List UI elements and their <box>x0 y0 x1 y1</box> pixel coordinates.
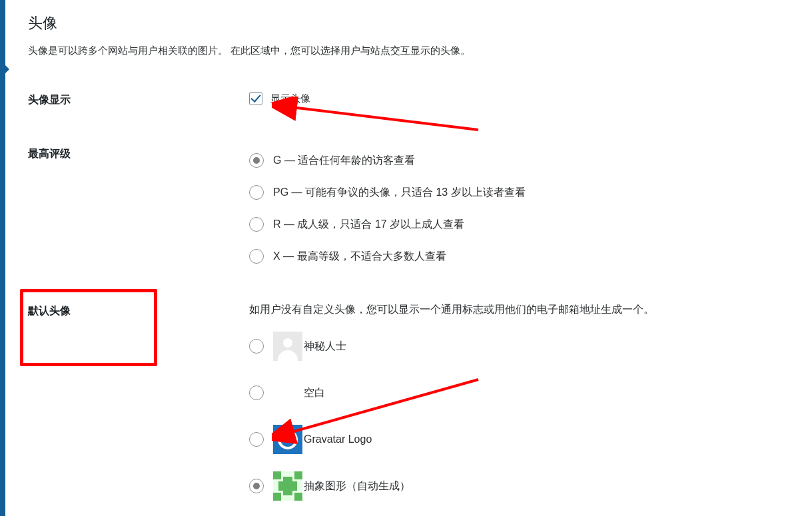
rating-option-label: PG — 可能有争议的头像，只适合 13 岁以上读者查看 <box>273 186 526 200</box>
mystery-icon <box>273 332 302 361</box>
blank-icon <box>273 378 302 407</box>
sidebar-notch <box>3 63 9 76</box>
rating-option-2[interactable]: R — 成人级，只适合 17 岁以上成人查看 <box>249 210 792 239</box>
show-avatar-checkbox[interactable] <box>249 92 262 105</box>
rating-radio[interactable] <box>249 249 264 264</box>
glogo-icon <box>273 425 302 454</box>
avatar-option-label: Gravatar Logo <box>304 433 372 445</box>
rating-option-0[interactable]: G — 适合任何年龄的访客查看 <box>249 146 792 175</box>
default-avatar-option-0[interactable]: 神秘人士 <box>249 332 792 361</box>
default-avatar-label: 默认头像 <box>28 303 249 318</box>
avatar-option-label: 抽象图形（自动生成） <box>304 479 410 493</box>
section-description: 头像是可以跨多个网站与用户相关联的图片。 在此区域中，您可以选择用户与站点交互显… <box>28 43 792 59</box>
avatar-radio[interactable] <box>249 479 264 493</box>
rating-radio[interactable] <box>249 153 264 168</box>
show-avatar-checkbox-label: 显示头像 <box>270 93 310 105</box>
rating-option-3[interactable]: X — 最高等级，不适合大多数人查看 <box>249 242 792 271</box>
avatar-radio[interactable] <box>249 386 264 400</box>
default-avatar-option-2[interactable]: Gravatar Logo <box>249 425 792 454</box>
default-avatar-option-3[interactable]: 抽象图形（自动生成） <box>249 471 792 501</box>
avatar-radio[interactable] <box>249 432 264 447</box>
rating-option-label: G — 适合任何年龄的访客查看 <box>273 154 415 168</box>
default-avatar-description: 如用户没有自定义头像，您可以显示一个通用标志或用他们的电子邮箱地址生成一个。 <box>249 303 792 317</box>
max-rating-label: 最高评级 <box>28 146 249 161</box>
avatar-display-label: 头像显示 <box>28 92 249 107</box>
avatar-option-label: 神秘人士 <box>304 340 346 354</box>
rating-radio[interactable] <box>249 185 264 200</box>
rating-option-label: R — 成人级，只适合 17 岁以上成人查看 <box>273 218 464 232</box>
rating-radio[interactable] <box>249 217 264 232</box>
section-title: 头像 <box>28 13 792 33</box>
avatar-option-label: 空白 <box>304 386 325 400</box>
settings-page: 头像 头像是可以跨多个网站与用户相关联的图片。 在此区域中，您可以选择用户与站点… <box>0 0 812 516</box>
default-avatar-option-1[interactable]: 空白 <box>249 378 792 407</box>
show-avatar-checkbox-row[interactable]: 显示头像 <box>249 92 310 105</box>
avatar-radio[interactable] <box>249 339 264 354</box>
rating-option-label: X — 最高等级，不适合大多数人查看 <box>273 250 446 264</box>
rating-option-1[interactable]: PG — 可能有争议的头像，只适合 13 岁以上读者查看 <box>249 178 792 207</box>
identicon-icon <box>273 471 302 501</box>
